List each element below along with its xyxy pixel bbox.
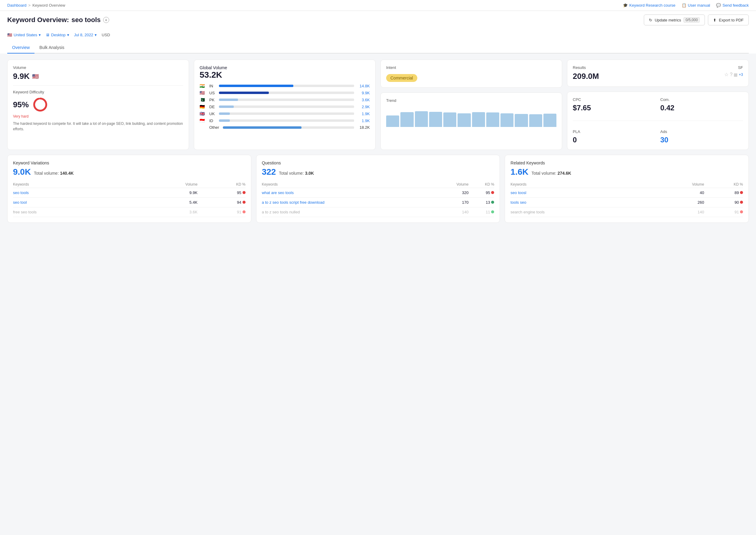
flag-uk: 🇬🇧 (200, 111, 207, 116)
kd-description: The hardest keyword to compete for. It w… (13, 121, 183, 132)
add-keyword-button[interactable]: + (103, 17, 109, 23)
q-total-vol: Total volume: 3.0K (279, 171, 314, 176)
flag-in: 🇮🇳 (200, 83, 207, 88)
cpc-item: CPC $7.65 (573, 97, 655, 112)
kv-label: Keyword Variations (13, 160, 246, 165)
send-feedback-link[interactable]: 💬 Send feedback (716, 3, 749, 8)
results-card: Results 209.0M SF ☆ ? ▦ +3 (567, 60, 749, 87)
page-header: Keyword Overview: seo tools + ↻ Update m… (0, 11, 756, 53)
export-pdf-button[interactable]: ⬆ Export to PDF (708, 14, 749, 25)
bottom-panels: Keyword Variations 9.0K Total volume: 14… (7, 155, 749, 223)
top-links: 🎓 Keyword Research course 📋 User manual … (623, 3, 749, 8)
q-vol-1: 320 (435, 188, 469, 198)
kw-vol-3: 3.6K (135, 207, 197, 217)
trend-bar-11 (529, 114, 542, 127)
kw-link-3[interactable]: free seo tools (13, 207, 135, 217)
refresh-icon: ↻ (649, 18, 652, 22)
q-vol-2: 170 (435, 198, 469, 207)
q-link-1[interactable]: what are seo tools (262, 188, 435, 198)
kd-dot-red-q1 (491, 191, 494, 194)
kw-kd-2: 94 (197, 198, 246, 207)
volume-kd-card: Volume 9.9K 🇺🇸 Keyword Difficulty 95% Ve… (7, 60, 189, 150)
q-label: Questions (262, 160, 494, 165)
tab-bulk-analysis[interactable]: Bulk Analysis (35, 42, 69, 53)
rk-kd-2: 90 (704, 198, 743, 207)
vol-us: 9.9K (357, 91, 370, 95)
kw-kd-3: 91 (197, 207, 246, 217)
results-label: Results (573, 65, 599, 70)
rk-vol-1: 40 (654, 188, 704, 198)
country-filter[interactable]: 🇺🇸 United States ▾ (7, 31, 41, 39)
volume-value: 9.9K 🇺🇸 (13, 71, 183, 81)
kw-link-2[interactable]: seo tool (13, 198, 135, 207)
cpc-value: $7.65 (573, 104, 655, 112)
table-row: seo tools 9.9K 95 (13, 188, 246, 198)
q-kd-3: 11 (469, 207, 494, 217)
date-filter[interactable]: Jul 8, 2022 ▾ (74, 31, 97, 39)
sf-label: SF (724, 65, 743, 70)
q-table: Keywords Volume KD % what are seo tools … (262, 181, 494, 217)
device-filter[interactable]: 🖥 Desktop ▾ (46, 31, 69, 39)
trend-bar-9 (501, 113, 513, 127)
q-vol-3: 140 (435, 207, 469, 217)
trend-bar-4 (429, 112, 442, 127)
code-us: US (209, 91, 217, 95)
chevron-down-icon-3: ▾ (95, 33, 97, 37)
com-label: Com. (660, 97, 743, 102)
gv-row-id: 🇮🇩 ID 1.9K (200, 118, 370, 123)
kd-sublabel: Very hard (13, 114, 183, 119)
top-bar: Dashboard > Keyword Overview 🎓 Keyword R… (0, 0, 756, 11)
q-kd-1: 95 (469, 188, 494, 198)
flag-us: 🇺🇸 (200, 90, 207, 95)
rk-link-2[interactable]: tools seo (510, 198, 653, 207)
page-title: Keyword Overview: seo tools + (7, 16, 109, 24)
rk-link-3[interactable]: search engine tools (510, 207, 653, 217)
rk-link-1[interactable]: seo toosl (510, 188, 653, 198)
trend-card: Trend (380, 93, 562, 150)
gv-row-uk: 🇬🇧 UK 1.9K (200, 111, 370, 116)
cpc-label: CPC (573, 97, 655, 102)
currency-label: USD (102, 33, 110, 37)
vol-uk: 1.9K (357, 112, 370, 116)
tabs: Overview Bulk Analysis (7, 42, 749, 53)
gv-row-other: Other 18.2K (200, 125, 370, 130)
kw-kd-1: 95 (197, 188, 246, 198)
image-icon: ▦ (734, 72, 738, 77)
table-row: search engine tools 140 91 (510, 207, 743, 217)
breadcrumb-home[interactable]: Dashboard (7, 3, 27, 8)
rk-vol-3: 140 (654, 207, 704, 217)
update-metrics-button[interactable]: ↻ Update metrics 0/5,000 (644, 14, 705, 25)
code-pk: PK (209, 98, 217, 102)
svg-point-1 (34, 99, 46, 111)
related-keywords-panel: Related Keywords 1.6K Total volume: 274.… (505, 155, 749, 223)
trend-bar-7 (472, 112, 485, 127)
kd-dot-red-rk1 (740, 191, 743, 194)
message-icon: 💬 (716, 3, 721, 8)
table-row: tools seo 260 90 (510, 198, 743, 207)
trend-bar-5 (443, 112, 456, 127)
rk-label: Related Keywords (510, 160, 743, 165)
questions-panel: Questions 322 Total volume: 3.0K Keyword… (256, 155, 500, 223)
main-content: Volume 9.9K 🇺🇸 Keyword Difficulty 95% Ve… (0, 53, 756, 229)
star-icon: ☆ (724, 71, 728, 77)
tab-overview[interactable]: Overview (7, 42, 35, 53)
kd-dot-pink-rk3 (740, 211, 743, 213)
gv-row-de: 🇩🇪 DE 2.9K (200, 104, 370, 109)
user-manual-link[interactable]: 📋 User manual (682, 3, 710, 8)
vol-pk: 3.6K (357, 98, 370, 102)
q-count: 322 (262, 167, 276, 177)
pla-value: 0 (573, 136, 655, 144)
kw-link-1[interactable]: seo tools (13, 188, 135, 198)
sf-plus: +3 (739, 72, 743, 77)
q-link-3[interactable]: a to z seo tools nulled (262, 207, 435, 217)
keyword-research-course-link[interactable]: 🎓 Keyword Research course (623, 3, 675, 8)
table-row: a to z seo tools script free download 17… (262, 198, 494, 207)
ads-label: Ads (660, 129, 743, 134)
trend-chart (386, 106, 556, 127)
rk-col-keywords: Keywords (510, 181, 653, 188)
breadcrumb: Dashboard > Keyword Overview (7, 3, 65, 8)
trend-bar-10 (515, 114, 528, 127)
q-link-2[interactable]: a to z seo tools script free download (262, 198, 435, 207)
com-value: 0.42 (660, 104, 743, 112)
kv-col-volume: Volume (135, 181, 197, 188)
